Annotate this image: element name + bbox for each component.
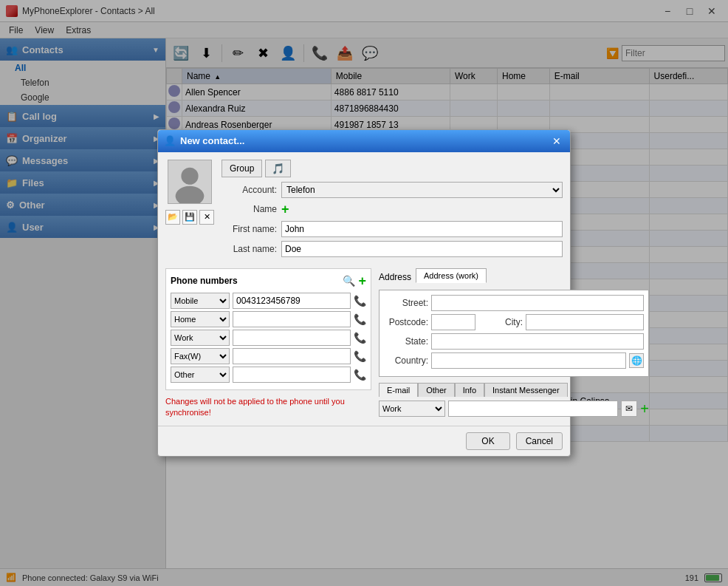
firstname-row: First name: bbox=[222, 221, 563, 237]
address-header: Address Address (work) bbox=[379, 268, 649, 287]
address-label: Address bbox=[379, 272, 411, 282]
phone-header: Phone numbers 🔍 + bbox=[171, 273, 366, 289]
phone-row-fax: Mobile Home Work Fax(W) Other 📞 bbox=[171, 348, 366, 364]
phone-type-home[interactable]: Mobile Home Work Fax(W) Other bbox=[171, 311, 230, 327]
email-row: Work Home Other ✉ + bbox=[379, 401, 649, 418]
phone-add-button[interactable]: + bbox=[358, 273, 366, 289]
email-tab-email[interactable]: E-mail bbox=[379, 383, 418, 397]
dialog-overlay: 👤 New contact... ✕ 📂 bbox=[0, 0, 728, 586]
phone-input-other[interactable] bbox=[233, 367, 351, 383]
call-mobile-button[interactable]: 📞 bbox=[354, 295, 366, 307]
phone-tools: 🔍 + bbox=[343, 273, 366, 289]
contact-photo bbox=[168, 160, 212, 204]
state-label: State: bbox=[384, 336, 428, 347]
name-label: Name bbox=[222, 204, 277, 214]
phone-row-other: Mobile Home Work Fax(W) Other 📞 bbox=[171, 367, 366, 383]
call-home-button[interactable]: 📞 bbox=[354, 313, 366, 325]
country-row: Country: 🌐 bbox=[384, 352, 644, 369]
street-row: Street: bbox=[384, 295, 644, 311]
email-tabs: E-mail Other Info Instant Messenger bbox=[379, 383, 649, 397]
svg-point-1 bbox=[181, 167, 198, 184]
lastname-row: Last name: bbox=[222, 241, 563, 257]
phone-input-home[interactable] bbox=[233, 311, 351, 327]
city-label: City: bbox=[478, 317, 523, 327]
dialog-title-icon: 👤 bbox=[164, 135, 176, 146]
add-name-button[interactable]: + bbox=[281, 202, 289, 217]
dialog-body: 📂 💾 ✕ Group 🎵 Account: Telefon bbox=[158, 152, 570, 426]
phone-row-mobile: Mobile Home Work Fax(W) Other 📞 bbox=[171, 293, 366, 309]
phone-type-fax[interactable]: Mobile Home Work Fax(W) Other bbox=[171, 348, 230, 364]
firstname-label: First name: bbox=[222, 224, 277, 234]
cancel-button[interactable]: Cancel bbox=[516, 432, 563, 450]
address-section: Address Address (work) Street: Pos bbox=[379, 268, 649, 377]
call-fax-button[interactable]: 📞 bbox=[354, 350, 366, 362]
call-work-button[interactable]: 📞 bbox=[354, 332, 366, 344]
email-section: E-mail Other Info Instant Messenger Work… bbox=[379, 383, 649, 418]
street-input[interactable] bbox=[431, 295, 644, 311]
email-tab-im[interactable]: Instant Messenger bbox=[484, 383, 568, 397]
phone-row-work: Mobile Home Work Fax(W) Other 📞 bbox=[171, 330, 366, 346]
dialog-footer: OK Cancel bbox=[158, 426, 570, 456]
group-button[interactable]: Group bbox=[222, 160, 262, 177]
dialog-titlebar: 👤 New contact... ✕ bbox=[158, 130, 570, 152]
name-row: Name + bbox=[222, 202, 563, 217]
photo-section: 📂 💾 ✕ bbox=[165, 160, 214, 225]
lastname-input[interactable] bbox=[281, 241, 563, 257]
send-email-button[interactable]: ✉ bbox=[621, 401, 637, 417]
street-label: Street: bbox=[384, 298, 428, 308]
photo-load-button[interactable]: 📂 bbox=[165, 210, 180, 225]
contact-avatar-svg bbox=[168, 160, 211, 204]
phone-input-work[interactable] bbox=[233, 330, 351, 346]
phone-type-other[interactable]: Mobile Home Work Fax(W) Other bbox=[171, 367, 230, 383]
email-type-select[interactable]: Work Home Other bbox=[379, 401, 445, 417]
country-label: Country: bbox=[384, 355, 428, 366]
email-tab-other[interactable]: Other bbox=[418, 383, 455, 397]
phone-input-mobile[interactable] bbox=[233, 293, 351, 309]
state-row: State: bbox=[384, 333, 644, 350]
add-email-button[interactable]: + bbox=[640, 401, 649, 418]
lastname-label: Last name: bbox=[222, 244, 277, 254]
email-tab-info[interactable]: Info bbox=[455, 383, 484, 397]
address-tab-work[interactable]: Address (work) bbox=[416, 268, 487, 283]
dialog-top-section: 📂 💾 ✕ Group 🎵 Account: Telefon bbox=[165, 160, 563, 261]
new-contact-dialog: 👤 New contact... ✕ 📂 bbox=[157, 129, 571, 457]
photo-buttons: 📂 💾 ✕ bbox=[165, 210, 214, 225]
phone-input-fax[interactable] bbox=[233, 348, 351, 364]
account-select[interactable]: Telefon Google bbox=[281, 182, 563, 198]
ok-button[interactable]: OK bbox=[466, 432, 509, 450]
state-input[interactable] bbox=[431, 333, 644, 350]
country-lookup-button[interactable]: 🌐 bbox=[629, 353, 644, 368]
address-tabs: Address (work) bbox=[416, 268, 487, 283]
address-fields: Street: Postcode: City: State: bbox=[379, 290, 649, 377]
photo-save-button[interactable]: 💾 bbox=[182, 210, 197, 225]
account-label: Account: bbox=[222, 185, 277, 195]
phone-section: Phone numbers 🔍 + Mobile Home Work bbox=[165, 268, 371, 390]
postcode-input[interactable] bbox=[431, 314, 475, 330]
ringtone-button[interactable]: 🎵 bbox=[265, 160, 291, 177]
postcode-label: Postcode: bbox=[384, 317, 428, 327]
call-other-button[interactable]: 📞 bbox=[354, 369, 366, 381]
contact-fields: Group 🎵 Account: Telefon Google Name + bbox=[222, 160, 563, 261]
dialog-columns: Phone numbers 🔍 + Mobile Home Work bbox=[165, 268, 563, 419]
phone-title: Phone numbers bbox=[171, 276, 238, 286]
phone-row-home: Mobile Home Work Fax(W) Other 📞 bbox=[171, 311, 366, 327]
phone-type-work[interactable]: Mobile Home Work Fax(W) Other bbox=[171, 330, 230, 346]
country-input[interactable] bbox=[431, 352, 626, 369]
email-input[interactable] bbox=[448, 401, 618, 417]
warning-text: Changes will not be applied to the phone… bbox=[165, 396, 371, 419]
firstname-input[interactable] bbox=[281, 221, 563, 237]
account-row: Account: Telefon Google bbox=[222, 182, 563, 198]
dialog-title-text: New contact... bbox=[180, 135, 244, 146]
dialog-left-column: Phone numbers 🔍 + Mobile Home Work bbox=[165, 268, 371, 419]
phone-type-mobile[interactable]: Mobile Home Work Fax(W) Other bbox=[171, 293, 230, 309]
group-row: Group 🎵 bbox=[222, 160, 563, 177]
photo-delete-button[interactable]: ✕ bbox=[199, 210, 214, 225]
dialog-close-button[interactable]: ✕ bbox=[549, 134, 564, 149]
phone-search-button[interactable]: 🔍 bbox=[343, 273, 355, 289]
city-input[interactable] bbox=[526, 314, 644, 330]
dialog-right-column: Address Address (work) Street: Pos bbox=[379, 268, 649, 419]
postcode-row: Postcode: City: bbox=[384, 314, 644, 330]
